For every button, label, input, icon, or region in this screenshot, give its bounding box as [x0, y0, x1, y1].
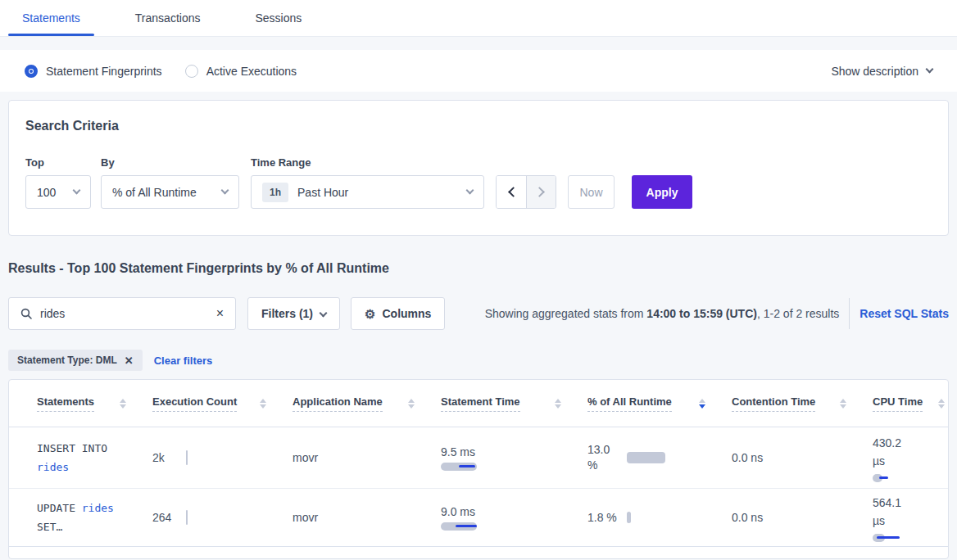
top-label: Top	[25, 156, 101, 169]
statement-text: SET…	[37, 521, 62, 533]
statement-time-cell: 9.0 ms	[441, 505, 587, 531]
filters-button-label: Filters (1)	[261, 307, 313, 320]
runtime-pct-cell: 13.0 %	[587, 442, 732, 473]
reset-sql-stats-link[interactable]: Reset SQL Stats	[859, 307, 949, 320]
statement-text: INSERT INTO	[37, 442, 107, 454]
cpu-time-bar	[873, 474, 905, 482]
table-row: INSERT INTO rides2kmovr9.5 ms13.0 %0.0 n…	[9, 427, 948, 489]
time-range-select[interactable]: 1h Past Hour	[251, 175, 484, 209]
sort-desc-icon[interactable]	[699, 399, 705, 409]
show-description-label: Show description	[831, 65, 918, 78]
column-header-cpu-time[interactable]: CPU Time	[873, 395, 948, 412]
chevron-down-icon	[320, 309, 328, 317]
column-header-statement-time[interactable]: Statement Time	[441, 395, 587, 412]
tab-transactions[interactable]: Transactions	[121, 0, 215, 36]
tab-sessions[interactable]: Sessions	[241, 0, 315, 36]
previous-time-button[interactable]	[497, 176, 526, 208]
statement-cell[interactable]: UPDATE rides SET…	[9, 499, 152, 536]
radio-unselected-icon[interactable]	[185, 65, 198, 78]
next-time-button[interactable]	[526, 176, 556, 208]
by-select-value: % of All Runtime	[112, 186, 197, 199]
results-heading: Results - Top 100 Statement Fingerprints…	[8, 261, 949, 276]
time-range-badge: 1h	[262, 183, 288, 202]
time-range-arrows	[496, 175, 556, 209]
stats-summary: Showing aggregated stats from 14:00 to 1…	[485, 298, 949, 329]
results-controls-row: rides × Filters (1) ⚙ Columns Showing ag…	[8, 297, 949, 330]
cpu-time-cell: 430.2 µs	[873, 434, 948, 482]
search-icon	[20, 308, 32, 319]
radio-label: Statement Fingerprints	[46, 65, 162, 78]
table-body: INSERT INTO rides2kmovr9.5 ms13.0 %0.0 n…	[9, 427, 948, 558]
top-tab-bar: Statements Transactions Sessions	[0, 0, 957, 37]
top-select[interactable]: 100	[25, 175, 91, 209]
remove-filter-icon[interactable]: ✕	[125, 355, 134, 366]
top-select-value: 100	[37, 186, 56, 199]
chevron-down-icon	[926, 65, 934, 74]
statement-time-bar	[441, 522, 500, 531]
chevron-down-icon	[466, 187, 474, 195]
runtime-pct-bar	[627, 512, 631, 523]
now-button[interactable]: Now	[568, 175, 615, 209]
tab-label: Sessions	[255, 11, 302, 25]
search-input[interactable]: rides ×	[8, 297, 236, 330]
radio-statement-fingerprints[interactable]: Statement Fingerprints	[25, 65, 162, 78]
clear-search-icon[interactable]: ×	[216, 307, 224, 320]
search-criteria-form: Top 100 By % of All Runtime Time Range 1…	[25, 156, 932, 209]
column-header-execution-count[interactable]: Execution Count	[152, 395, 293, 412]
statement-link[interactable]: rides	[82, 502, 114, 514]
filter-chip-statement-type[interactable]: Statement Type: DML ✕	[8, 350, 143, 371]
execution-count-cell: 2k	[152, 450, 293, 465]
sort-icon[interactable]	[408, 399, 415, 409]
table-row: UPDATE rides SET…264movr9.0 ms1.8 %0.0 n…	[9, 489, 948, 547]
column-header-statements[interactable]: Statements	[9, 395, 152, 412]
search-input-value: rides	[40, 307, 65, 320]
by-label: By	[101, 156, 251, 169]
column-header-runtime-pct[interactable]: % of All Runtime	[587, 395, 732, 412]
filters-button[interactable]: Filters (1)	[247, 297, 340, 330]
vertical-divider	[849, 298, 850, 329]
radio-selected-icon[interactable]	[25, 65, 38, 78]
sort-icon[interactable]	[938, 399, 945, 409]
search-criteria-title: Search Criteria	[25, 119, 932, 133]
runtime-pct-cell: 1.8 %	[587, 510, 732, 526]
show-description-toggle[interactable]: Show description	[831, 65, 932, 78]
statement-link[interactable]: rides	[37, 461, 69, 473]
tab-label: Statements	[22, 11, 80, 25]
contention-time-cell: 0.0 ns	[732, 511, 873, 524]
columns-button-label: Columns	[382, 307, 431, 320]
chevron-right-icon	[534, 187, 545, 197]
sort-icon[interactable]	[555, 399, 561, 409]
tab-label: Transactions	[135, 11, 201, 25]
view-options-bar: Statement Fingerprints Active Executions…	[0, 50, 957, 92]
time-range-label: Time Range	[251, 156, 496, 169]
filter-chip-label: Statement Type: DML	[17, 355, 117, 366]
execution-count-bar	[186, 510, 188, 525]
radio-label: Active Executions	[206, 65, 297, 78]
clear-filters-link[interactable]: Clear filters	[154, 355, 213, 367]
by-select[interactable]: % of All Runtime	[101, 175, 239, 209]
statements-table: Statements Execution Count Application N…	[8, 379, 949, 559]
chevron-down-icon	[221, 187, 229, 195]
cpu-time-cell: 564.1 µs	[873, 494, 948, 542]
contention-time-cell: 0.0 ns	[732, 451, 873, 464]
table-header-row: Statements Execution Count Application N…	[9, 380, 948, 427]
statement-time-cell: 9.5 ms	[441, 445, 587, 471]
column-header-application-name[interactable]: Application Name	[293, 395, 441, 412]
chevron-down-icon	[73, 187, 81, 195]
column-header-contention-time[interactable]: Contention Time	[732, 395, 873, 412]
search-criteria-card: Search Criteria Top 100 By % of All Runt…	[8, 100, 949, 236]
execution-count-bar	[186, 450, 188, 465]
statement-cell[interactable]: INSERT INTO rides	[9, 439, 152, 476]
apply-button[interactable]: Apply	[632, 175, 692, 209]
tab-statements[interactable]: Statements	[8, 0, 94, 36]
sort-icon[interactable]	[120, 399, 126, 409]
columns-button[interactable]: ⚙ Columns	[351, 297, 445, 330]
filter-chips-row: Statement Type: DML ✕ Clear filters	[8, 350, 949, 371]
radio-active-executions[interactable]: Active Executions	[185, 65, 297, 78]
sort-icon[interactable]	[260, 399, 266, 409]
chevron-left-icon	[508, 187, 519, 197]
stats-text: Showing aggregated stats from 14:00 to 1…	[485, 307, 840, 320]
time-range-value: Past Hour	[297, 186, 348, 199]
statement-time-bar	[441, 463, 500, 471]
sort-icon[interactable]	[840, 399, 846, 409]
